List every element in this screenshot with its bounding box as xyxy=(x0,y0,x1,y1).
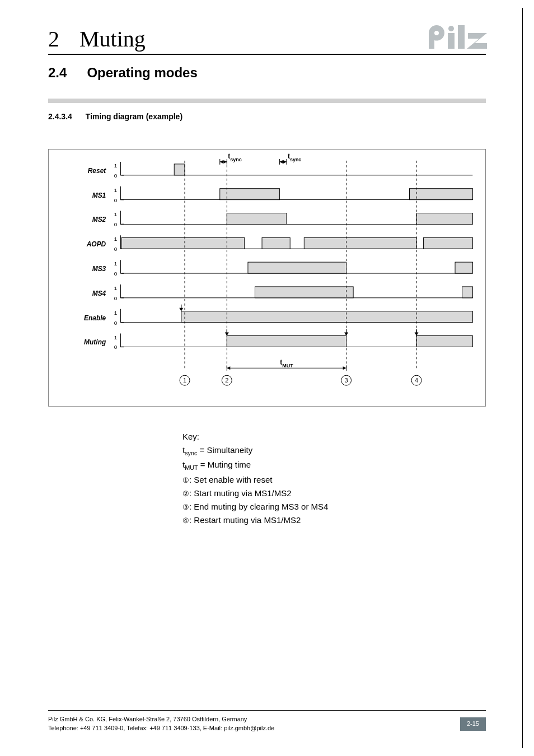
svg-text:Muting: Muting xyxy=(84,338,106,346)
svg-text:tsync: tsync xyxy=(228,152,241,162)
svg-rect-2 xyxy=(458,25,465,49)
chapter-title: Muting xyxy=(79,26,146,52)
pilz-logo-icon xyxy=(428,25,489,52)
key-line: ①: Set enable with reset xyxy=(182,473,462,487)
page-right-rule xyxy=(522,8,523,748)
svg-text:0: 0 xyxy=(114,344,118,350)
svg-text:1: 1 xyxy=(114,285,118,291)
page-header: 2 Muting xyxy=(48,24,486,55)
timing-diagram-svg: Reset10MS110MS210AOPD10MS310MS410Enable1… xyxy=(49,150,485,406)
svg-text:4: 4 xyxy=(415,377,418,384)
chapter-number: 2 xyxy=(48,26,59,52)
svg-text:1: 1 xyxy=(114,334,118,340)
svg-text:Enable: Enable xyxy=(84,314,106,322)
section-number: 2.4 xyxy=(48,65,67,81)
key-line: tsync = Simultaneity xyxy=(182,444,462,458)
timing-diagram-figure: Reset10MS110MS210AOPD10MS310MS410Enable1… xyxy=(48,149,486,407)
svg-text:0: 0 xyxy=(114,246,118,252)
svg-text:1: 1 xyxy=(114,236,118,242)
svg-rect-66 xyxy=(416,336,472,347)
svg-rect-17 xyxy=(409,189,472,200)
section-title: Operating modes xyxy=(87,65,197,81)
svg-text:MS3: MS3 xyxy=(92,265,106,273)
svg-rect-32 xyxy=(121,237,245,249)
key-line: tMUT = Muting time xyxy=(182,458,462,473)
svg-rect-51 xyxy=(462,287,473,298)
footer-text: Pilz GmbH & Co. KG, Felix-Wankel-Straße … xyxy=(48,715,274,732)
svg-text:3: 3 xyxy=(345,377,348,384)
svg-text:tMUT: tMUT xyxy=(280,358,293,368)
svg-text:Reset: Reset xyxy=(88,167,107,175)
svg-text:0: 0 xyxy=(114,295,118,301)
svg-text:0: 0 xyxy=(114,197,118,203)
subsection-number: 2.4.3.4 xyxy=(48,112,72,121)
svg-rect-25 xyxy=(416,213,472,225)
key-line: ③: End muting by clearing MS3 or MS4 xyxy=(182,500,462,514)
svg-text:0: 0 xyxy=(114,320,118,326)
footer-line1: Pilz GmbH & Co. KG, Felix-Wankel-Straße … xyxy=(48,715,274,724)
subsection-heading: 2.4.3.4 Timing diagram (example) xyxy=(48,112,182,121)
figure-key: Key: tsync = SimultaneitytMUT = Muting t… xyxy=(182,430,462,527)
svg-text:0: 0 xyxy=(114,221,118,227)
svg-text:1: 1 xyxy=(114,310,118,316)
svg-text:MS4: MS4 xyxy=(92,290,106,297)
key-line: ②: Start muting via MS1/MS2 xyxy=(182,487,462,500)
svg-rect-33 xyxy=(262,237,290,249)
svg-text:0: 0 xyxy=(114,270,118,277)
header-left: 2 Muting xyxy=(48,26,146,52)
svg-text:1: 1 xyxy=(114,162,118,169)
svg-text:tsync: tsync xyxy=(288,152,301,162)
svg-rect-16 xyxy=(220,189,280,200)
subsection-title: Timing diagram (example) xyxy=(86,112,182,121)
svg-text:1: 1 xyxy=(114,260,118,267)
section-heading: 2.4 Operating modes xyxy=(48,65,486,81)
svg-text:0: 0 xyxy=(114,172,118,179)
svg-rect-24 xyxy=(227,213,287,225)
svg-rect-65 xyxy=(227,336,346,347)
svg-text:AOPD: AOPD xyxy=(86,240,106,248)
footer-line2: Telephone: +49 711 3409-0, Telefax: +49 … xyxy=(48,724,274,732)
page-footer: Pilz GmbH & Co. KG, Felix-Wankel-Straße … xyxy=(48,710,486,732)
key-heading: Key: xyxy=(182,430,462,444)
svg-rect-9 xyxy=(174,164,185,175)
svg-point-0 xyxy=(448,26,454,31)
section-divider xyxy=(48,99,486,103)
key-line: ④: Restart muting via MS1/MS2 xyxy=(182,514,462,527)
svg-rect-43 xyxy=(455,262,472,273)
svg-rect-1 xyxy=(448,33,455,49)
svg-rect-42 xyxy=(248,262,346,273)
svg-rect-50 xyxy=(255,287,353,298)
svg-text:MS1: MS1 xyxy=(92,192,106,199)
svg-text:1: 1 xyxy=(183,377,186,384)
page-number-badge: 2-15 xyxy=(460,717,486,730)
svg-text:1: 1 xyxy=(114,211,118,217)
svg-rect-35 xyxy=(424,237,473,249)
svg-rect-34 xyxy=(304,237,416,249)
svg-text:2: 2 xyxy=(225,377,228,384)
svg-text:1: 1 xyxy=(114,187,118,193)
svg-text:MS2: MS2 xyxy=(92,216,106,223)
svg-rect-58 xyxy=(181,311,473,323)
